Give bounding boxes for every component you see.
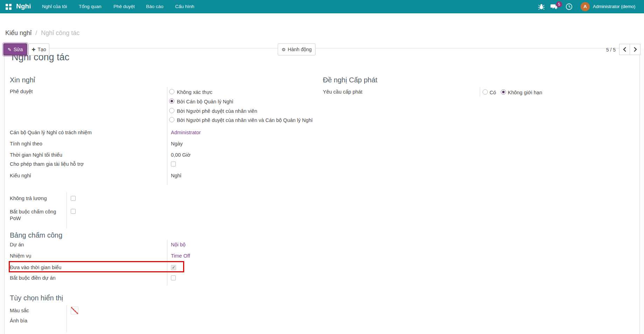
min-duration-field-label: Thời gian Nghỉ tối thiểu — [10, 152, 62, 158]
pager-counter: 5 / 5 — [600, 47, 616, 53]
user-menu[interactable]: Administrator (demo) — [593, 0, 635, 13]
edit-button-label: Sửa — [14, 47, 23, 52]
task-field-label: Nhiệm vụ — [10, 253, 31, 259]
chevron-left-icon — [623, 47, 627, 52]
radio-by-employee-approver[interactable] — [169, 108, 174, 113]
pow-checkbox[interactable] — [71, 209, 76, 214]
radio-allocation-yes-label[interactable]: Có — [490, 90, 496, 95]
edit-button[interactable]: ✎ Sửa — [4, 43, 27, 55]
radio-by-time-off-officer-label[interactable]: Bởi Cán bộ Quản lý Nghỉ — [177, 99, 233, 104]
nav-item-approvals[interactable]: Phê duyệt — [113, 0, 135, 13]
unpaid-checkbox[interactable] — [71, 196, 76, 201]
action-button-label: Hành động — [288, 47, 312, 52]
top-navbar: Nghỉ Nghỉ của tôi Tổng quan Phê duyệt Bá… — [0, 0, 644, 13]
form-sheet — [4, 48, 640, 334]
color-field-label: Màu sắc — [10, 308, 29, 314]
highlight-annotation-box — [9, 261, 184, 272]
breadcrumb-current: Nghỉ công tác — [41, 29, 79, 36]
nav-item-my-time-off[interactable]: Nghỉ của tôi — [42, 0, 67, 13]
action-menu-button[interactable]: ⚙ Hành động — [278, 43, 316, 55]
section-heading-allocation: Đề nghị Cấp phát — [323, 76, 378, 84]
min-duration-field-value: 0,00 Giờ — [171, 152, 191, 158]
pow-field-label: Bắt buộc chấm côngPoW — [10, 209, 66, 222]
kind-field-value: Nghỉ — [171, 173, 181, 179]
kind-field-label: Kiểu nghỉ — [10, 173, 31, 179]
create-button[interactable]: ✚ Tạo — [28, 43, 49, 55]
radio-allocation-yes[interactable] — [483, 89, 488, 95]
take-leave-in-field-value: Ngày — [171, 141, 183, 147]
user-avatar[interactable]: A — [581, 2, 590, 11]
plus-icon: ✚ — [32, 47, 35, 52]
require-project-checkbox[interactable] — [171, 275, 176, 280]
radio-by-approver-and-officer-label[interactable]: Bởi Người phê duyệt của nhân viên và Cán… — [177, 117, 312, 123]
create-button-label: Tạo — [37, 47, 46, 52]
requires-allocation-field-label: Yêu cầu cấp phát — [323, 89, 362, 95]
radio-no-validation[interactable] — [169, 89, 174, 94]
radio-allocation-no-limit-label[interactable]: Không giới hạn — [508, 90, 542, 95]
unpaid-field-label: Không trả lương — [10, 196, 47, 202]
messages-count-badge: 5 — [556, 1, 562, 7]
min-duration-unit: Giờ — [182, 152, 191, 158]
radio-by-time-off-officer[interactable] — [169, 98, 174, 104]
take-leave-in-field-label: Tính nghỉ theo — [10, 141, 42, 147]
control-panel: Kiểu nghỉ / Nghỉ công tác ✎ Sửa ✚ Tạo ⚙ … — [0, 13, 644, 48]
radio-by-approver-and-officer[interactable] — [169, 117, 174, 122]
bug-icon[interactable] — [538, 3, 545, 11]
breadcrumb-parent[interactable]: Kiểu nghỉ — [5, 29, 32, 36]
color-swatch-none[interactable] — [71, 307, 78, 314]
radio-allocation-no-limit[interactable] — [501, 89, 506, 95]
pager-next-button[interactable] — [630, 44, 640, 55]
radio-by-employee-approver-label[interactable]: Bởi Người phê duyệt của nhân viên — [177, 108, 257, 114]
apps-menu-icon[interactable] — [6, 4, 12, 10]
section-heading-display: Tùy chọn hiển thị — [10, 294, 63, 302]
project-field-value[interactable]: Nội bộ — [171, 242, 186, 248]
pager-previous-button[interactable] — [619, 44, 630, 55]
responsible-field-label: Cán bộ Quản lý Nghỉ có trách nhiệm — [10, 130, 92, 136]
approval-field-label: Phê duyệt — [10, 89, 33, 95]
attach-document-field-label: Cho phép tham gia tài liệu hỗ trợ — [10, 161, 84, 167]
group-divider — [167, 87, 167, 185]
breadcrumb: Kiểu nghỉ / Nghỉ công tác — [5, 29, 79, 37]
section-heading-timesheet: Bảng chấm công — [10, 231, 62, 239]
attach-document-checkbox[interactable] — [171, 162, 176, 166]
gear-icon: ⚙ — [282, 47, 286, 52]
cover-image-field-label: Ảnh bìa — [10, 318, 27, 324]
nav-item-configuration[interactable]: Cấu hình — [175, 0, 194, 13]
chevron-right-icon — [633, 47, 637, 52]
section-heading-time-off: Xin nghỉ — [10, 76, 35, 84]
nav-item-reporting[interactable]: Báo cáo — [146, 0, 164, 13]
nav-item-overview[interactable]: Tổng quan — [79, 0, 102, 13]
activity-clock-icon[interactable] — [565, 3, 573, 11]
task-field-value[interactable]: Time Off — [171, 253, 190, 259]
group-divider — [67, 305, 67, 332]
breadcrumb-separator: / — [35, 29, 37, 36]
app-name[interactable]: Nghỉ — [16, 2, 31, 10]
pencil-icon: ✎ — [8, 47, 12, 52]
responsible-field-value[interactable]: Administrator — [171, 130, 201, 136]
group-divider — [67, 192, 67, 229]
group-divider — [480, 87, 480, 97]
radio-no-validation-label[interactable]: Không xác thực — [177, 89, 213, 95]
require-project-field-label: Bắt buộc điền dự án — [10, 275, 56, 281]
project-field-label: Dự án — [10, 242, 24, 248]
